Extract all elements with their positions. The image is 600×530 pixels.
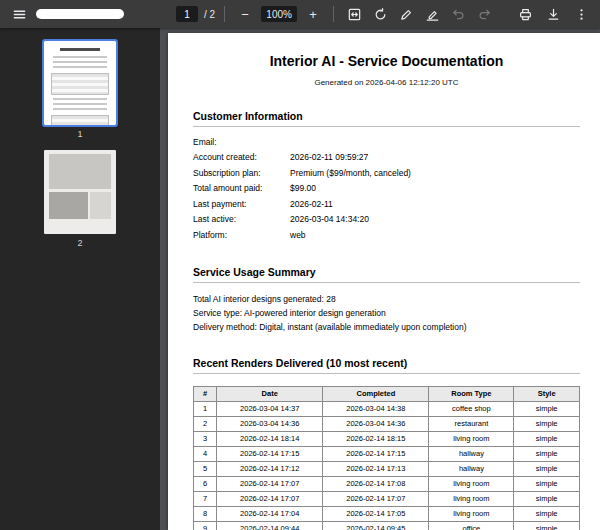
table-cell: 8 bbox=[194, 506, 217, 521]
field-label: Total amount paid: bbox=[193, 183, 290, 193]
view-tools bbox=[343, 3, 495, 25]
pdf-toolbar: 1 / 2 − 100% + bbox=[0, 0, 600, 28]
field-value: web bbox=[290, 230, 580, 240]
more-options-icon bbox=[574, 7, 589, 22]
usage-line: Total AI interior designs generated: 28 bbox=[193, 292, 580, 306]
field-value: 2026-03-04 14:34:20 bbox=[290, 214, 580, 224]
table-cell: 2026-02-14 18:14 bbox=[217, 431, 323, 446]
field-value: 2026-02-11 bbox=[290, 199, 580, 209]
column-header: Date bbox=[217, 386, 323, 401]
zoom-in-button[interactable]: + bbox=[302, 3, 324, 25]
table-row: 32026-02-14 18:142026-02-14 18:15living … bbox=[194, 431, 580, 446]
table-cell: 6 bbox=[194, 476, 217, 491]
section-heading-usage-summary: Service Usage Summary bbox=[193, 266, 580, 283]
thumbnail-preview-table bbox=[51, 115, 109, 125]
thumbnail-preview-image bbox=[90, 192, 111, 219]
table-cell: simple bbox=[514, 446, 580, 461]
table-cell: 2026-03-04 14:37 bbox=[217, 401, 323, 416]
table-cell: living room bbox=[429, 506, 514, 521]
toolbar-divider bbox=[333, 6, 334, 22]
column-header: Style bbox=[514, 386, 580, 401]
thumbnail-preview-image bbox=[49, 192, 88, 219]
page-total-label: / 2 bbox=[204, 9, 215, 20]
table-cell: 4 bbox=[194, 446, 217, 461]
thumbnail-page-label: 2 bbox=[77, 238, 82, 248]
info-field-row: Last payment:2026-02-11 bbox=[193, 196, 580, 212]
table-row: 42026-02-14 17:152026-02-14 17:15hallway… bbox=[194, 446, 580, 461]
info-field-row: Platform:web bbox=[193, 227, 580, 243]
table-cell: 2026-02-14 17:07 bbox=[323, 491, 429, 506]
table-cell: 2026-02-14 17:13 bbox=[323, 461, 429, 476]
usage-lines: Total AI interior designs generated: 28S… bbox=[193, 292, 580, 334]
zoom-level-select[interactable]: 100% bbox=[261, 6, 297, 22]
document-title: Interior AI - Service Documentation bbox=[193, 53, 580, 69]
customer-info-fields: Email:Account created:2026-02-11 09:59:2… bbox=[193, 134, 580, 243]
table-cell: simple bbox=[514, 461, 580, 476]
table-cell: 2026-02-14 17:15 bbox=[217, 446, 323, 461]
table-cell: living room bbox=[429, 431, 514, 446]
rotate-button[interactable] bbox=[369, 3, 391, 25]
table-cell: office bbox=[429, 521, 514, 530]
table-row: 12026-03-04 14:372026-03-04 14:38coffee … bbox=[194, 401, 580, 416]
pdf-page-1: Interior AI - Service Documentation Gene… bbox=[168, 33, 600, 530]
table-cell: 2026-02-14 17:04 bbox=[217, 506, 323, 521]
page-number-input[interactable]: 1 bbox=[176, 6, 198, 22]
column-header: Room Type bbox=[429, 386, 514, 401]
table-cell: 2 bbox=[194, 416, 217, 431]
undo-icon bbox=[451, 7, 466, 22]
table-cell: hallway bbox=[429, 446, 514, 461]
page-thumbnail-2[interactable] bbox=[44, 150, 116, 234]
usage-line: Service type: AI-powered interior design… bbox=[193, 306, 580, 320]
table-row: 52026-02-14 17:122026-02-14 17:13hallway… bbox=[194, 461, 580, 476]
table-cell: hallway bbox=[429, 461, 514, 476]
document-subtitle: Generated on 2026-04-06 12:12:20 UTC bbox=[193, 78, 580, 87]
table-cell: living room bbox=[429, 491, 514, 506]
table-cell: living room bbox=[429, 476, 514, 491]
table-cell: 5 bbox=[194, 461, 217, 476]
table-cell: 3 bbox=[194, 431, 217, 446]
table-row: 82026-02-14 17:042026-02-14 17:05living … bbox=[194, 506, 580, 521]
table-cell: coffee shop bbox=[429, 401, 514, 416]
table-cell: 2026-03-04 14:36 bbox=[217, 416, 323, 431]
menu-button[interactable] bbox=[8, 3, 30, 25]
table-cell: restaurant bbox=[429, 416, 514, 431]
download-button[interactable] bbox=[542, 3, 564, 25]
info-field-row: Email: bbox=[193, 134, 580, 150]
page-thumbnail-1[interactable] bbox=[44, 41, 116, 125]
thumbnail-preview-title bbox=[60, 48, 100, 51]
highlighter-icon bbox=[425, 7, 440, 22]
table-cell: 2026-02-14 09:45 bbox=[323, 521, 429, 530]
table-cell: simple bbox=[514, 521, 580, 530]
document-viewer[interactable]: Interior AI - Service Documentation Gene… bbox=[160, 28, 600, 530]
table-cell: 2026-02-14 18:15 bbox=[323, 431, 429, 446]
menu-icon bbox=[12, 7, 27, 22]
table-cell: 2026-02-14 17:07 bbox=[217, 476, 323, 491]
download-icon bbox=[546, 7, 561, 22]
undo-button[interactable] bbox=[447, 3, 469, 25]
thumbnail-preview-text bbox=[53, 98, 107, 112]
table-row: 62026-02-14 17:072026-02-14 17:08living … bbox=[194, 476, 580, 491]
print-button[interactable] bbox=[514, 3, 536, 25]
table-cell: simple bbox=[514, 491, 580, 506]
more-options-button[interactable] bbox=[570, 3, 592, 25]
renders-table: #DateCompletedRoom TypeStyle 12026-03-04… bbox=[193, 386, 580, 530]
highlighter-button[interactable] bbox=[421, 3, 443, 25]
redo-button[interactable] bbox=[473, 3, 495, 25]
table-cell: simple bbox=[514, 401, 580, 416]
annotate-pen-button[interactable] bbox=[395, 3, 417, 25]
toolbar-divider bbox=[224, 6, 225, 22]
field-value: 2026-02-11 09:59:27 bbox=[290, 152, 580, 162]
table-cell: 2026-02-14 17:08 bbox=[323, 476, 429, 491]
table-cell: 2026-02-14 17:12 bbox=[217, 461, 323, 476]
redo-icon bbox=[477, 7, 492, 22]
annotate-pen-icon bbox=[399, 7, 414, 22]
field-label: Platform: bbox=[193, 230, 290, 240]
column-header: Completed bbox=[323, 386, 429, 401]
zoom-out-button[interactable]: − bbox=[234, 3, 256, 25]
field-value: $99.00 bbox=[290, 183, 580, 193]
info-field-row: Subscription plan:Premium ($99/month, ca… bbox=[193, 165, 580, 181]
section-heading-customer-info: Customer Information bbox=[193, 110, 580, 127]
thumbnail-preview-table bbox=[51, 73, 109, 95]
table-cell: simple bbox=[514, 431, 580, 446]
fit-page-button[interactable] bbox=[343, 3, 365, 25]
